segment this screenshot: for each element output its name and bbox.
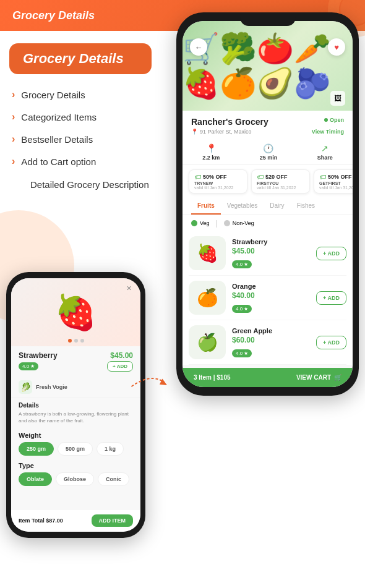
phone-large: 🛒🥦🍅🥕🍓🍊🥑🫐 ← ♥ 🖼 Rancher's Grocery Open 📍 …: [176, 12, 359, 396]
coupon-2[interactable]: 🏷 $20 OFF FIRSTYOU valid till Jan 31,202…: [251, 169, 310, 194]
product-emoji: 🍓: [54, 292, 97, 333]
ps-hero-image: 🍓: [11, 278, 140, 346]
ps-add-button[interactable]: + ADD: [107, 361, 133, 372]
stat-share[interactable]: ↗ Share: [317, 143, 333, 161]
ps-product-price: $45.00: [110, 351, 133, 360]
add-btn-orange[interactable]: + ADD: [316, 291, 346, 305]
arrow-icon-2: ›: [12, 111, 15, 122]
back-button[interactable]: ←: [190, 38, 207, 56]
product-item-orange: 🍊 Orange $40.00 4.0 ★ + ADD: [189, 276, 346, 320]
ps-rating-value: 4.0: [22, 364, 29, 369]
phone-large-inner: 🛒🥦🍅🥕🍓🍊🥑🫐 ← ♥ 🖼 Rancher's Grocery Open 📍 …: [182, 21, 353, 387]
close-button[interactable]: ✕: [126, 284, 132, 292]
weight-opt-500g[interactable]: 500 gm: [58, 442, 93, 456]
menu-label-4: Add to Cart option: [21, 156, 96, 167]
menu-label-2: Categorized Items: [21, 112, 97, 122]
view-cart-label: VIEW CART: [296, 374, 331, 381]
product-name-apple: Green Apple: [232, 327, 310, 334]
ps-product-info: Strawberry $45.00 4.0 ★ + ADD: [11, 346, 140, 380]
time-value: 25 min: [260, 155, 278, 161]
gallery-icon[interactable]: 🖼: [330, 91, 345, 106]
nonveg-dot: [224, 220, 230, 226]
ps-related-image: 🥬: [19, 380, 32, 394]
veg-label: Veg: [200, 220, 210, 226]
view-cart-button[interactable]: VIEW CART 🛒: [296, 374, 341, 381]
menu-item-add-cart[interactable]: › Add to Cart option: [9, 156, 152, 167]
banner-title: Grocery Details: [23, 51, 124, 66]
ps-type-section: Type Oblate Globose Conic: [11, 459, 140, 488]
ps-add-item-button[interactable]: ADD ITEM: [92, 514, 134, 527]
product-name-orange: Orange: [232, 283, 310, 290]
ps-details-text: A strawberry is both a low-growing, flow…: [19, 411, 133, 424]
product-rating-orange: 4.0 ★: [232, 305, 252, 313]
coupon-1[interactable]: 🏷 50% OFF TRYNEW valid till Jan 31,2022: [189, 169, 247, 194]
star-icon-apple: ★: [244, 351, 248, 356]
ps-product-rating: 4.0 ★: [19, 362, 38, 370]
add-btn-apple[interactable]: + ADD: [316, 336, 346, 349]
arrow-icon-4: ›: [12, 156, 15, 167]
image-dots: [68, 339, 84, 343]
product-list: 🍓 Strawberry $45.00 4.0 ★ + ADD 🍊 Orange…: [182, 231, 353, 365]
ps-weight-options: 250 gm 500 gm 1 kg: [19, 442, 133, 456]
arrow-icon-1: ›: [12, 89, 15, 100]
store-address: 📍 91 Parker St, Maxico: [191, 129, 252, 135]
menu-item-categorized[interactable]: › Categorized Items: [9, 111, 152, 122]
product-image-apple: 🍏: [189, 325, 226, 359]
coupon-off-1: 50% OFF: [203, 174, 227, 180]
cart-total: $105: [217, 374, 230, 381]
add-btn-strawberry[interactable]: + ADD: [316, 247, 346, 260]
menu-item-grocery-details[interactable]: › Grocery Details: [9, 89, 152, 100]
view-timing-link[interactable]: View Timing: [312, 129, 344, 135]
type-opt-conic[interactable]: Conic: [98, 472, 129, 486]
nonveg-toggle[interactable]: Non-Veg: [224, 220, 254, 226]
coupon-3[interactable]: 🏷 50% OFF GETFIRST valid till Jan 31,202…: [314, 169, 353, 194]
dot-1: [68, 339, 72, 343]
menu-item-description[interactable]: Detailed Grocery Description: [13, 178, 152, 191]
ps-related-name: Fresh Vogie: [36, 384, 67, 390]
tab-fruits[interactable]: Fruits: [191, 198, 221, 215]
tab-vegetables[interactable]: Vegetables: [221, 198, 264, 215]
ps-bottom-bar: Item Total $87.00 ADD ITEM: [11, 509, 140, 532]
tab-dairy[interactable]: Dairy: [264, 198, 290, 215]
type-opt-globose[interactable]: Globose: [56, 472, 94, 486]
toggle-divider: |: [216, 219, 218, 228]
ps-related-item: 🥬 Fresh Vogie: [11, 380, 140, 398]
cart-bar: 3 Item | $105 VIEW CART 🛒: [182, 368, 353, 387]
rating-value-orange: 4.0: [236, 306, 243, 312]
ps-details-section: Details A strawberry is both a low-growi…: [11, 398, 140, 428]
coupon-valid-3: valid till Jan 31,2022: [319, 185, 353, 190]
rating-value-apple: 4.0: [236, 351, 243, 356]
clock-icon: 🕐: [263, 143, 273, 153]
cart-icon: 🛒: [334, 374, 341, 381]
dot-3: [80, 339, 84, 343]
coupon-off-3: 50% OFF: [328, 174, 352, 180]
tab-fishes[interactable]: Fishes: [291, 198, 321, 215]
star-icon-strawberry: ★: [244, 262, 248, 267]
type-opt-oblate[interactable]: Oblate: [19, 472, 52, 486]
pl-hero-image: 🛒🥦🍅🥕🍓🍊🥑🫐 ← ♥ 🖼: [182, 21, 353, 111]
product-item-apple: 🍏 Green Apple $60.00 4.0 ★ + ADD: [189, 320, 346, 365]
veg-toggle[interactable]: Veg: [191, 220, 210, 226]
open-label: Open: [330, 117, 344, 123]
weight-opt-1kg[interactable]: 1 kg: [97, 442, 124, 456]
favorite-button[interactable]: ♥: [328, 38, 345, 56]
rating-value-strawberry: 4.0: [236, 262, 243, 267]
phone-notch: [240, 12, 296, 26]
product-price-apple: $60.00: [232, 336, 310, 344]
product-info-strawberry: Strawberry $45.00 4.0 ★: [232, 238, 310, 268]
location-stat-icon: 📍: [206, 143, 217, 153]
phone-small-inner: ✕ 🍓 Strawberry $45.00 4.0 ★ + ADD: [11, 278, 140, 532]
product-price-orange: $40.00: [232, 291, 310, 300]
ps-weight-title: Weight: [19, 432, 133, 439]
cart-items: 3 Item: [194, 374, 212, 381]
ps-type-title: Type: [19, 462, 133, 469]
star-icon-orange: ★: [244, 306, 248, 312]
store-name: Rancher's Grocery: [191, 117, 268, 127]
coupon-icon-3: 🏷: [319, 173, 326, 181]
menu-item-bestseller[interactable]: › Bestseller Details: [9, 134, 152, 145]
ps-details-title: Details: [19, 402, 133, 409]
product-info-apple: Green Apple $60.00 4.0 ★: [232, 327, 310, 357]
store-stats: 📍 2.2 km 🕐 25 min ↗ Share: [182, 138, 353, 165]
weight-opt-250g[interactable]: 250 gm: [19, 442, 54, 456]
phone-small: ✕ 🍓 Strawberry $45.00 4.0 ★ + ADD: [6, 272, 145, 538]
